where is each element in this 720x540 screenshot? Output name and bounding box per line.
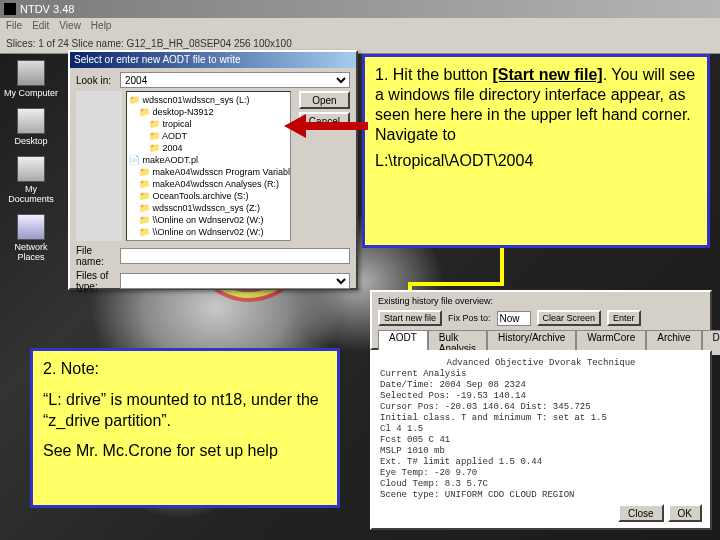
tree-node[interactable]: wdsscn01\wdsscn_sys (Z:) [129,202,288,214]
menu-file[interactable]: File [6,20,22,32]
output-line: Current Analysis [380,369,702,380]
lookin-label: Look in: [76,75,116,86]
fix-pos-label: Fix Pos to: [448,313,491,323]
output-line: Cursor Pos: -20.03 140.64 Dist: 345.725 [380,402,702,413]
control-panel: Existing history file overview: Start ne… [370,290,712,350]
filename-label: File name: [76,245,116,267]
callout1-path: L:\tropical\AODT\2004 [375,151,697,171]
tree-node[interactable]: \\Online on Wdnserv02 (W:) [129,214,288,226]
callout2-line1: 2. Note: [43,359,327,380]
filetype-select[interactable] [120,273,350,289]
callout1-prefix: 1. Hit the button [375,66,492,83]
lookin-select[interactable]: 2004 [120,72,350,88]
icon-desktop[interactable]: Desktop [4,108,58,146]
filename-input[interactable] [120,248,350,264]
tree-node[interactable]: 2-A [129,238,288,241]
clear-screen-button[interactable]: Clear Screen [537,310,602,326]
output-line: Initial class. T and minimum T: set at 1… [380,413,702,424]
start-new-file-button[interactable]: Start new file [378,310,442,326]
history-file-label: Existing history file overview: [378,296,493,306]
output-line: Scene type: UNIFORM CDO CLOUD REGION [380,490,702,501]
cancel-button[interactable]: Cancel [299,112,350,130]
menu-view[interactable]: View [59,20,81,32]
callout2-line2: “L: drive” is mounted to nt18, under the… [43,390,327,432]
tree-node[interactable]: \\Online on Wdnserv02 (W:) [129,226,288,238]
tree-node[interactable]: makeAODT.pl [129,154,288,166]
tree-node[interactable]: 2004 [129,142,288,154]
tree-node[interactable]: tropical [129,118,288,130]
instruction-callout-1: 1. Hit the button [Start new file]. You … [362,54,710,248]
output-line: MSLP 1010 mb [380,446,702,457]
output-ok-button[interactable]: OK [668,504,702,522]
tree-node[interactable]: OceanTools.archive (S:) [129,190,288,202]
callout1-button-ref: [Start new file] [492,66,602,83]
tree-node[interactable]: desktop-N3912 [129,106,288,118]
icon-my-computer[interactable]: My Computer [4,60,58,98]
filetype-label: Files of type: [76,270,116,292]
menu-edit[interactable]: Edit [32,20,49,32]
icon-my-documents[interactable]: My Documents [4,156,58,204]
icon-network-places[interactable]: Network Places [4,214,58,262]
output-line: Cl 4 1.5 [380,424,702,435]
output-line: Selected Pos: -19.53 140.14 [380,391,702,402]
output-line: Ext. T# limit applied 1.5 0.44 [380,457,702,468]
output-header: Advanced Objective Dvorak Technique [380,358,702,369]
open-button[interactable]: Open [299,91,350,109]
app-titlebar: NTDV 3.48 [0,0,720,18]
tree-node[interactable]: makeA04\wdsscn Analyses (R:) [129,178,288,190]
output-line: Fcst 005 C 41 [380,435,702,446]
output-body: Current AnalysisDate/Time: 2004 Sep 08 2… [380,369,702,501]
menu-help[interactable]: Help [91,20,112,32]
app-title: NTDV 3.48 [20,3,74,15]
tree-node[interactable]: AODT [129,130,288,142]
app-menubar: File Edit View Help [0,18,720,34]
output-close-button[interactable]: Close [618,504,664,522]
output-panel: Advanced Objective Dvorak Technique Curr… [370,350,712,530]
fix-pos-input[interactable] [497,311,531,326]
desktop-icons: My Computer Desktop My Documents Network… [4,60,58,262]
output-line: Date/Time: 2004 Sep 08 2324 [380,380,702,391]
output-line: Eye Temp: -20 9.70 [380,468,702,479]
file-tree[interactable]: wdsscn01\wdsscn_sys (L:)desktop-N3912tro… [126,91,291,241]
output-line: Cloud Temp: 8.3 5.7C [380,479,702,490]
tree-node[interactable]: wdsscn01\wdsscn_sys (L:) [129,94,288,106]
callout2-line3: See Mr. Mc.Crone for set up help [43,441,327,462]
instruction-callout-2: 2. Note: “L: drive” is mounted to nt18, … [30,348,340,508]
file-dialog-title: Select or enter new AODT file to write [70,52,356,68]
toolbar-text: Slices: 1 of 24 Slice name: G12_1B_HR_08… [6,38,292,49]
tree-node[interactable]: makeA04\wdsscn Program Variables (P:) [129,166,288,178]
places-bar [76,91,122,241]
enter-button[interactable]: Enter [607,310,641,326]
app-icon [4,3,16,15]
file-dialog: Select or enter new AODT file to write L… [68,50,358,290]
